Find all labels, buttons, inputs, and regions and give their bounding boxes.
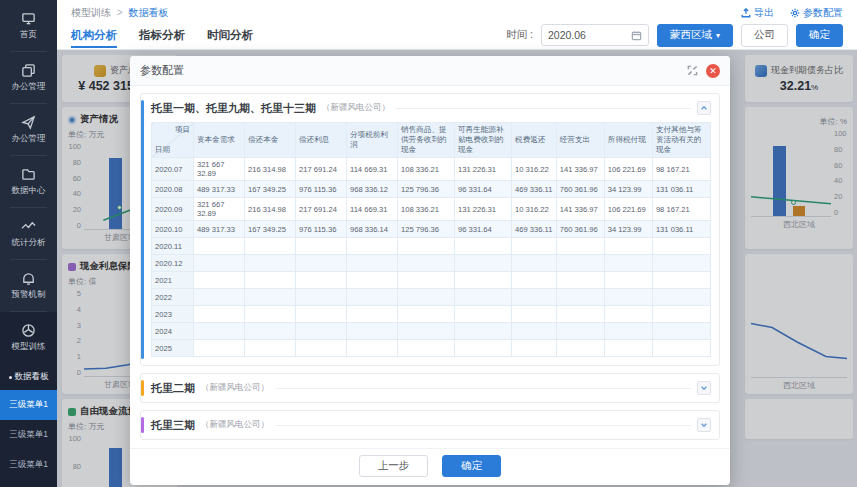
chevron-up-icon <box>700 104 708 112</box>
sidebar: 首页 办公管理 办公管理 数据中心 统计分析 预警机制 模型训练 <box>0 0 57 487</box>
table-row: 2024 <box>152 323 711 340</box>
tab-indicator-analysis[interactable]: 指标分析 <box>139 22 185 48</box>
value-cell: 108 336.21 <box>398 158 455 181</box>
corner-top-label: 项目 <box>175 125 190 135</box>
value-cell <box>604 323 652 340</box>
table-row: 2022 <box>152 289 711 306</box>
submenu-item-level3-1[interactable]: 三级菜单1 <box>0 390 57 420</box>
value-cell <box>556 272 604 289</box>
breadcrumb-separator: > <box>117 7 123 18</box>
confirm-button-modal[interactable]: 确定 <box>442 455 501 477</box>
value-cell <box>455 289 512 306</box>
value-cell <box>193 340 244 357</box>
expand-button[interactable] <box>697 418 711 432</box>
breadcrumb-root[interactable]: 模型训练 <box>71 7 111 18</box>
table-row: 2020.11 <box>152 238 711 255</box>
value-cell <box>455 238 512 255</box>
region-dropdown-button[interactable]: 蒙西区域 ▾ <box>657 24 733 47</box>
sidebar-item-office-2[interactable]: 办公管理 <box>0 104 57 156</box>
value-cell <box>652 289 710 306</box>
value-cell <box>193 255 244 272</box>
sidebar-item-data-center[interactable]: 数据中心 <box>0 156 57 208</box>
sidebar-item-home[interactable]: 首页 <box>0 0 57 52</box>
date-input[interactable]: 2020.06 <box>541 24 649 46</box>
sidebar-submenu: 数据看板 三级菜单1 三级菜单1 三级菜单1 <box>0 364 57 487</box>
calendar-icon <box>631 30 642 41</box>
value-cell: 489 317.33 <box>193 181 244 198</box>
value-cell: 125 796.36 <box>398 221 455 238</box>
app-window: 首页 办公管理 办公管理 数据中心 统计分析 预警机制 模型训练 <box>0 0 857 487</box>
param-config-label: 参数配置 <box>803 6 843 20</box>
value-cell: 167 349.25 <box>244 221 295 238</box>
region-label: 蒙西区域 <box>670 28 712 42</box>
value-cell <box>455 272 512 289</box>
breadcrumb-current: 数据看板 <box>128 7 168 18</box>
table-row: 2020.10489 317.33167 349.25976 115.36968… <box>152 221 711 238</box>
corner-header-cell: 项目 日期 <box>152 123 194 158</box>
date-cell: 2025 <box>152 340 194 357</box>
section-toli-2: 托里二期 （新疆风电公司） <box>140 373 720 403</box>
value-cell <box>512 255 557 272</box>
value-cell <box>244 340 295 357</box>
submenu-item-dashboard[interactable]: 数据看板 <box>0 364 57 390</box>
submenu-label: 三级菜单1 <box>9 459 48 471</box>
sidebar-item-label: 首页 <box>20 29 37 41</box>
collapse-button[interactable] <box>697 101 711 115</box>
close-button[interactable]: ✕ <box>706 64 720 78</box>
confirm-button-header[interactable]: 确定 <box>796 24 843 47</box>
filter-bar: 时间 : 2020.06 蒙西区域 ▾ 公司 确定 <box>506 24 843 47</box>
value-cell: 321 667 32.89 <box>193 198 244 221</box>
value-cell <box>346 289 397 306</box>
submenu-item-level3-3[interactable]: 三级菜单1 <box>0 450 57 480</box>
date-cell: 2021 <box>152 272 194 289</box>
value-cell <box>652 340 710 357</box>
chevron-down-icon <box>700 384 708 392</box>
value-cell: 98 167.21 <box>652 158 710 181</box>
section-toli-3: 托里三期 （新疆风电公司） <box>140 410 720 440</box>
value-cell: 131 226.31 <box>455 198 512 221</box>
value-cell: 98 167.21 <box>652 198 710 221</box>
modal-footer: 上一步 确定 <box>130 448 730 485</box>
sidebar-item-label: 数据中心 <box>12 185 46 197</box>
value-cell <box>604 255 652 272</box>
section-toli-1-9-13: 托里一期、托里九期、托里十三期 （新疆风电公司） 项目 日期 <box>140 93 720 366</box>
stats-icon <box>21 219 36 234</box>
previous-step-button[interactable]: 上一步 <box>359 455 429 477</box>
value-cell <box>398 272 455 289</box>
value-cell <box>652 272 710 289</box>
sidebar-item-alert[interactable]: 预警机制 <box>0 260 57 312</box>
export-icon <box>741 8 751 18</box>
export-button[interactable]: 导出 <box>741 6 774 20</box>
date-cell: 2022 <box>152 289 194 306</box>
tab-institution-analysis[interactable]: 机构分析 <box>71 22 117 48</box>
sidebar-item-model-training[interactable]: 模型训练 <box>0 312 57 364</box>
value-cell <box>604 289 652 306</box>
submenu-label: 数据看板 <box>15 371 49 383</box>
value-cell: 125 796.36 <box>398 181 455 198</box>
sidebar-item-office-1[interactable]: 办公管理 <box>0 52 57 104</box>
value-cell <box>346 238 397 255</box>
value-cell: 114 669.31 <box>346 158 397 181</box>
table-row: 2020.09321 667 32.89216 314.98217 691.24… <box>152 198 711 221</box>
column-header: 偿还本金 <box>244 123 295 158</box>
company-button[interactable]: 公司 <box>741 24 788 47</box>
expand-button[interactable] <box>697 381 711 395</box>
submenu-item-level3-2[interactable]: 三级菜单1 <box>0 420 57 450</box>
value-cell <box>193 289 244 306</box>
gear-icon <box>790 8 800 18</box>
value-cell: 976 115.36 <box>295 221 346 238</box>
value-cell: 217 691.24 <box>295 158 346 181</box>
sidebar-item-stats[interactable]: 统计分析 <box>0 208 57 260</box>
fullscreen-button[interactable] <box>687 62 698 80</box>
param-config-button[interactable]: 参数配置 <box>790 6 843 20</box>
value-cell <box>652 255 710 272</box>
tab-time-analysis[interactable]: 时间分析 <box>207 22 253 48</box>
value-cell <box>398 340 455 357</box>
value-cell <box>604 238 652 255</box>
send-icon <box>21 115 36 130</box>
value-cell <box>244 238 295 255</box>
analysis-tabs: 机构分析 指标分析 时间分析 <box>71 22 253 48</box>
value-cell: 760 361.96 <box>556 221 604 238</box>
modal-header: 参数配置 ✕ <box>130 56 730 86</box>
value-cell <box>455 323 512 340</box>
